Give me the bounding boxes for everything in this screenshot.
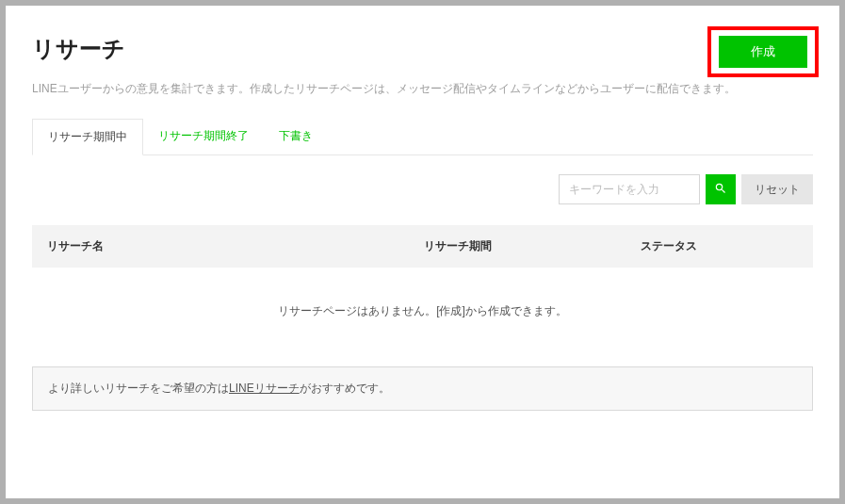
tabs: リサーチ期間中 リサーチ期間終了 下書き (32, 118, 813, 155)
tab-active-period[interactable]: リサーチ期間中 (32, 119, 143, 155)
search-button[interactable] (706, 174, 736, 204)
create-highlight: 作成 (707, 26, 819, 77)
info-suffix: がおすすめです。 (300, 382, 390, 395)
info-prefix: より詳しいリサーチをご希望の方は (48, 382, 229, 395)
header-row: リサーチ 作成 (32, 34, 813, 77)
tab-draft[interactable]: 下書き (264, 119, 328, 155)
reset-button[interactable]: リセット (741, 174, 813, 204)
search-input[interactable] (559, 174, 700, 204)
line-research-link[interactable]: LINEリサーチ (229, 382, 300, 395)
search-icon (714, 182, 727, 198)
tab-ended-period[interactable]: リサーチ期間終了 (143, 119, 264, 155)
info-box: より詳しいリサーチをご希望の方はLINEリサーチがおすすめです。 (32, 366, 813, 411)
create-button[interactable]: 作成 (719, 36, 807, 68)
column-header-name: リサーチ名 (47, 238, 424, 254)
empty-state-message: リサーチページはありません。[作成]から作成できます。 (32, 268, 813, 366)
page-title: リサーチ (32, 34, 125, 64)
search-row: リセット (32, 174, 813, 204)
column-header-status: ステータス (641, 238, 798, 254)
page-description: LINEユーザーからの意見を集計できます。作成したリサーチページは、メッセージ配… (32, 81, 813, 97)
research-page: リサーチ 作成 LINEユーザーからの意見を集計できます。作成したリサーチページ… (6, 6, 839, 498)
table-header: リサーチ名 リサーチ期間 ステータス (32, 225, 813, 268)
column-header-period: リサーチ期間 (424, 238, 641, 254)
